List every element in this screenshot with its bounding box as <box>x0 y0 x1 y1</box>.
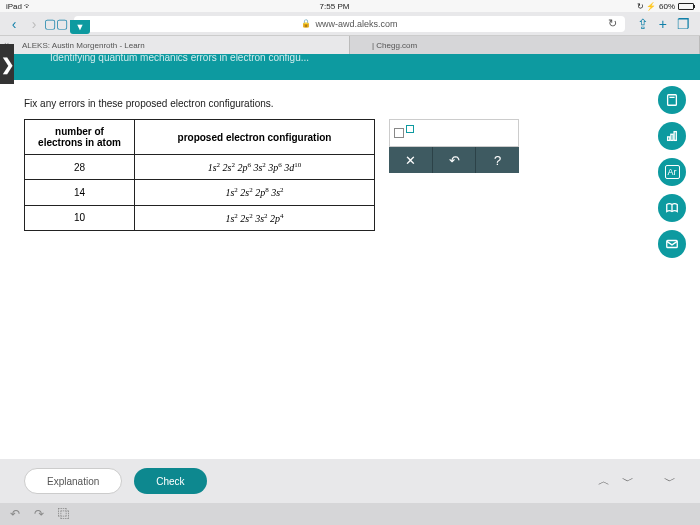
tabs-icon[interactable]: ❐ <box>677 16 690 32</box>
safari-toolbar: ‹ › ▢▢ 🔒 www-awd.aleks.com ↻ ⇪ + ❐ <box>0 12 700 36</box>
app-header: Identifying quantum mechanics errors in … <box>0 54 700 80</box>
explanation-button[interactable]: Explanation <box>24 468 122 494</box>
battery-pct: 60% <box>659 2 675 11</box>
forward-button[interactable]: › <box>24 16 44 32</box>
history-back-icon[interactable]: ↶ <box>10 507 20 521</box>
tab-chegg[interactable]: | Chegg.com <box>350 36 700 54</box>
tab-label: ALEKS: Austin Morgenroth - Learn <box>22 41 145 50</box>
back-button[interactable]: ‹ <box>4 16 24 32</box>
electron-count: 28 <box>25 155 135 180</box>
answer-toolbox: ✕ ↶ ? <box>389 119 519 173</box>
col-header-conf: proposed electron configuration <box>135 120 375 155</box>
copy-icon[interactable]: ⿻ <box>58 507 70 521</box>
next-icon[interactable]: ﹀ <box>622 473 634 490</box>
table-row: 28 1s2 2s2 2p6 3s2 3p6 3d10 <box>25 155 375 180</box>
electron-config[interactable]: 1s2 2s2 3s2 2p4 <box>135 205 375 230</box>
share-icon[interactable]: ⇪ <box>637 16 649 32</box>
reference-book-icon[interactable] <box>658 194 686 222</box>
electron-count: 10 <box>25 205 135 230</box>
answer-input-cell[interactable] <box>389 119 519 147</box>
electron-config-table: number of electrons in atom proposed ele… <box>24 119 375 231</box>
svg-rect-10 <box>667 241 678 248</box>
table-row: 14 1s2 2s2 2p8 3s2 <box>25 180 375 205</box>
tab-label: | Chegg.com <box>372 41 417 50</box>
clear-button[interactable]: ✕ <box>389 147 433 173</box>
safari-footer: ↶ ↷ ⿻ <box>0 503 700 525</box>
col-header-num: number of electrons in atom <box>25 120 135 155</box>
periodic-table-icon[interactable]: Ar <box>658 158 686 186</box>
action-bar: Explanation Check ︿ ﹀ ﹀ <box>0 459 700 503</box>
svg-rect-6 <box>668 137 670 141</box>
status-right: ↻ ⚡60% <box>637 2 694 11</box>
new-tab-icon[interactable]: + <box>659 16 667 32</box>
svg-rect-7 <box>671 134 673 140</box>
checkbox-icon[interactable] <box>394 128 404 138</box>
url-text: www-awd.aleks.com <box>315 19 397 29</box>
check-button[interactable]: Check <box>134 468 206 494</box>
battery-icon <box>678 3 694 10</box>
table-row: 10 1s2 2s2 3s2 2p4 <box>25 205 375 230</box>
bar-chart-icon[interactable] <box>658 122 686 150</box>
ipad-status-bar: iPad ᯤ 7:55 PM ↻ ⚡60% <box>0 0 700 12</box>
help-button[interactable]: ? <box>476 147 519 173</box>
collapse-icon[interactable]: ﹀ <box>664 473 676 490</box>
undo-button[interactable]: ↶ <box>433 147 477 173</box>
device-label: iPad <box>6 2 22 11</box>
content-area: Fix any errors in these proposed electro… <box>0 80 700 460</box>
tab-aleks[interactable]: × ALEKS: Austin Morgenroth - Learn <box>0 36 350 54</box>
bookmarks-icon[interactable]: ▢▢ <box>44 16 68 31</box>
lock-icon: 🔒 <box>301 19 311 28</box>
clock: 7:55 PM <box>32 2 637 11</box>
side-handle[interactable]: ❯ <box>0 44 14 84</box>
prev-icon[interactable]: ︿ <box>598 473 610 490</box>
calculator-icon[interactable] <box>658 86 686 114</box>
wifi-icon: ᯤ <box>24 2 32 11</box>
electron-config[interactable]: 1s2 2s2 2p6 3s2 3p6 3d10 <box>135 155 375 180</box>
instruction-text: Fix any errors in these proposed electro… <box>24 98 676 109</box>
svg-rect-0 <box>668 95 677 106</box>
tab-bar: × ALEKS: Austin Morgenroth - Learn | Che… <box>0 36 700 54</box>
svg-rect-8 <box>674 132 676 141</box>
electron-config[interactable]: 1s2 2s2 2p8 3s2 <box>135 180 375 205</box>
topic-title: Identifying quantum mechanics errors in … <box>50 54 309 63</box>
mail-icon[interactable] <box>658 230 686 258</box>
electron-count: 14 <box>25 180 135 205</box>
history-fwd-icon[interactable]: ↷ <box>34 507 44 521</box>
side-tools: Ar <box>658 86 686 258</box>
superscript-icon[interactable] <box>406 125 414 133</box>
topic-dropdown[interactable]: ▼ <box>70 20 90 34</box>
url-bar[interactable]: 🔒 www-awd.aleks.com ↻ <box>74 16 625 32</box>
reload-icon[interactable]: ↻ <box>608 17 617 30</box>
